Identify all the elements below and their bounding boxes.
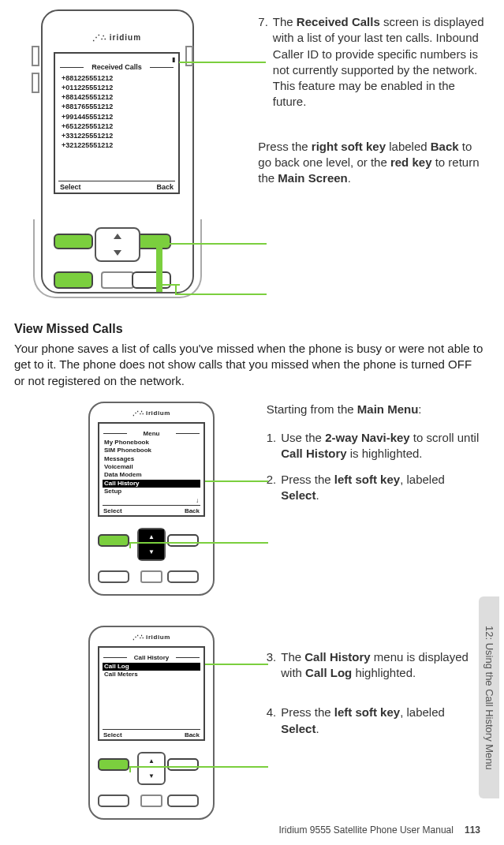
list-item: +881425551212	[62, 92, 172, 102]
softkey-left-label: Select	[60, 183, 81, 191]
screen-title: Received Calls	[55, 63, 178, 71]
list-item: +651225551212	[62, 122, 172, 131]
menu-item: Setup	[104, 488, 199, 495]
softkey-right-label: Back	[156, 183, 174, 191]
softkey-left-label: Select	[103, 731, 122, 738]
phone-illustration-received-calls: ⋰∴ iridium ▮ Received Calls +88122555121…	[14, 14, 211, 298]
leader-line	[175, 294, 267, 295]
leader-line	[175, 284, 177, 294]
center-key[interactable]	[101, 271, 134, 289]
menu-item: Voicemail	[104, 463, 199, 471]
brand-logo: ⋰∴ iridium	[91, 634, 211, 641]
green-key[interactable]	[54, 271, 93, 289]
green-key[interactable]	[98, 570, 129, 583]
softkey-left-label: Select	[103, 507, 122, 514]
page-footer: Iridium 9555 Satellite Phone User Manual…	[0, 824, 480, 836]
list-item: +331225551212	[62, 131, 172, 140]
step-1: 1. Use the 2-way Navi-key to scroll unti…	[267, 430, 485, 462]
intro-line: Starting from the Main Menu:	[267, 402, 485, 417]
chapter-tab: 12: Using the Call History Menu	[479, 596, 499, 798]
leader-line	[205, 480, 268, 482]
left-soft-key[interactable]	[98, 534, 129, 547]
leader-line	[156, 243, 162, 292]
received-calls-list: +881225551212 +011225551212 +88142555121…	[55, 71, 178, 150]
navi-key[interactable]	[137, 752, 166, 785]
main-menu-list: My Phonebook SIM Phonebook Messages Voic…	[99, 437, 203, 496]
brand-logo: ⋰∴ iridium	[91, 409, 211, 417]
leader-line	[129, 766, 268, 768]
step-3: 3. The Call History menu is displayed wi…	[267, 649, 485, 682]
right-soft-key[interactable]	[167, 534, 199, 547]
back-instruction: Press the right soft key labeled Back to…	[258, 139, 485, 187]
section-heading: View Missed Calls	[14, 322, 485, 336]
menu-item-highlighted: Call History	[103, 480, 200, 488]
menu-item: SIM Phonebook	[104, 447, 199, 454]
red-key[interactable]	[132, 271, 171, 289]
phone-illustration-call-history: ⋰∴ iridium Call History Call Log Call Me…	[77, 626, 219, 823]
call-history-menu: Call Log Call Meters	[99, 661, 203, 679]
leader-line	[162, 284, 180, 286]
center-key[interactable]	[140, 795, 162, 807]
step-7: 7. The Received Calls screen is displaye…	[258, 14, 485, 110]
navi-key[interactable]	[95, 227, 140, 262]
leader-line	[129, 542, 268, 544]
screen-title: Menu	[99, 430, 203, 437]
leader-line	[205, 664, 268, 665]
left-soft-key[interactable]	[98, 758, 129, 771]
menu-item: Messages	[104, 455, 199, 463]
list-item: +881765551212	[62, 102, 172, 111]
screen-title: Call History	[99, 654, 203, 661]
menu-item: My Phonebook	[104, 439, 199, 447]
softkey-right-label: Back	[185, 731, 200, 738]
green-key[interactable]	[98, 795, 129, 807]
list-item: +991445551212	[62, 112, 172, 122]
leader-line	[179, 62, 266, 63]
leader-line	[156, 243, 267, 245]
step-4: 4. Press the left soft key, labeled Sele…	[267, 705, 485, 737]
softkey-right-label: Back	[185, 507, 200, 514]
list-item: +011225551212	[62, 83, 172, 92]
menu-item: Call Meters	[104, 671, 199, 679]
list-item: +321225551212	[62, 140, 172, 150]
right-soft-key[interactable]	[167, 758, 199, 771]
left-soft-key[interactable]	[54, 234, 93, 249]
phone-illustration-main-menu: ⋰∴ iridium Menu My Phonebook SIM Phonebo…	[77, 402, 219, 599]
list-item: +881225551212	[62, 73, 172, 83]
navi-key[interactable]	[137, 528, 166, 561]
leader-line	[129, 542, 131, 548]
menu-item: Data Modem	[104, 471, 199, 479]
center-key[interactable]	[140, 570, 162, 583]
menu-item-highlighted: Call Log	[103, 663, 200, 671]
scroll-down-icon: ↓	[196, 497, 199, 504]
red-key[interactable]	[167, 795, 199, 807]
step-2: 2. Press the left soft key, labeled Sele…	[267, 472, 485, 504]
section-paragraph: Your phone saves a list of calls you've …	[14, 341, 485, 389]
leader-line	[129, 766, 131, 772]
brand-logo: ⋰∴ iridium	[54, 33, 180, 42]
red-key[interactable]	[167, 570, 199, 583]
signal-icon: ▮	[172, 56, 175, 63]
